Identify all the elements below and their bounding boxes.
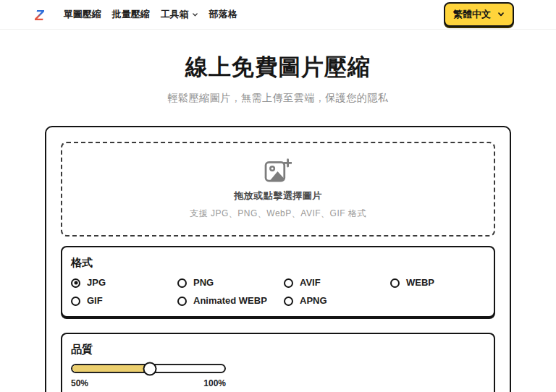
format-option-label: PNG [193, 278, 214, 288]
dropzone[interactable]: 拖放或點擊選擇圖片 支援 JPG、PNG、WebP、AVIF、GIF 格式 [61, 142, 495, 237]
radio-icon[interactable] [177, 278, 187, 288]
hero-section: 線上免費圖片壓縮 輕鬆壓縮圖片，無需上傳至雲端，保護您的隱私 [0, 52, 556, 105]
radio-icon[interactable] [71, 297, 80, 306]
format-option-label: Animated WEBP [193, 296, 267, 306]
nav-item-4[interactable]: 部落格 [209, 8, 237, 21]
nav-item-1[interactable]: 單圖壓縮 [64, 8, 101, 21]
format-option-label: APNG [300, 296, 327, 306]
radio-selected-icon[interactable] [71, 278, 80, 288]
logo[interactable]: Z [35, 7, 44, 22]
image-plus-icon [264, 158, 292, 183]
format-option-label: JPG [87, 278, 106, 288]
slider-min-label: 50% [71, 378, 88, 388]
quality-heading: 品質 [71, 343, 485, 357]
format-option-animated-webp[interactable]: Animated WEBP [177, 296, 284, 306]
top-nav: Z 單圖壓縮批量壓縮工具箱部落格 繁體中文 [0, 0, 556, 30]
dropzone-text: 拖放或點擊選擇圖片 [234, 189, 322, 203]
chevron-down-icon [192, 12, 198, 18]
format-heading: 格式 [71, 256, 485, 270]
slider-thumb[interactable] [143, 362, 157, 375]
page-title: 線上免費圖片壓縮 [0, 52, 556, 82]
radio-icon[interactable] [284, 297, 293, 306]
nav-menu: 單圖壓縮批量壓縮工具箱部落格 [64, 8, 237, 21]
slider-max-label: 100% [203, 378, 226, 388]
quality-slider[interactable] [71, 364, 226, 373]
format-option-png[interactable]: PNG [177, 278, 284, 288]
format-option-webp[interactable]: WEBP [390, 278, 485, 288]
radio-icon[interactable] [284, 278, 293, 288]
compressor-card: 拖放或點擊選擇圖片 支援 JPG、PNG、WebP、AVIF、GIF 格式 格式… [45, 126, 511, 392]
format-option-label: AVIF [300, 278, 321, 288]
format-option-gif[interactable]: GIF [71, 296, 177, 306]
format-option-label: WEBP [406, 278, 434, 288]
format-option-jpg[interactable]: JPG [71, 278, 177, 288]
language-button-label: 繁體中文 [453, 8, 491, 21]
language-button[interactable]: 繁體中文 [444, 2, 514, 27]
format-options: JPGPNGAVIFWEBPGIFAnimated WEBPAPNG [71, 278, 485, 306]
page-subtitle: 輕鬆壓縮圖片，無需上傳至雲端，保護您的隱私 [0, 92, 556, 105]
quality-panel: 品質 50% 100% [61, 333, 495, 392]
format-option-label: GIF [87, 296, 103, 306]
nav-item-3[interactable]: 工具箱 [161, 8, 198, 21]
format-option-apng[interactable]: APNG [284, 296, 390, 306]
slider-fill [72, 365, 150, 372]
format-option-avif[interactable]: AVIF [284, 278, 390, 288]
radio-icon[interactable] [177, 297, 187, 306]
format-panel: 格式 JPGPNGAVIFWEBPGIFAnimated WEBPAPNG [61, 246, 495, 318]
radio-icon[interactable] [390, 278, 400, 288]
nav-item-2[interactable]: 批量壓縮 [112, 8, 150, 21]
dropzone-hint: 支援 JPG、PNG、WebP、AVIF、GIF 格式 [190, 208, 366, 220]
chevron-down-icon [497, 11, 505, 18]
